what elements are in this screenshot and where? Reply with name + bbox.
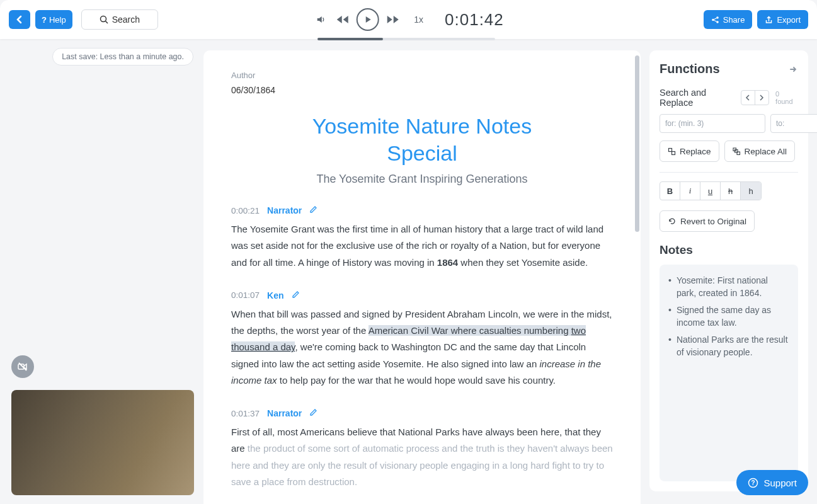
replace-button[interactable]: Replace — [660, 140, 719, 162]
functions-panel: Functions Search and Replace 0 found — [649, 50, 808, 491]
volume-button[interactable] — [313, 12, 328, 27]
question-icon: ? — [42, 15, 47, 25]
arrow-left-icon — [14, 14, 25, 25]
edit-speaker-button[interactable] — [309, 205, 317, 216]
video-toggle-button[interactable] — [11, 355, 34, 378]
transcript-segment: 0:00:21 Narrator The Yosemite Grant was … — [231, 205, 613, 271]
player: 1x 0:01:42 — [313, 8, 504, 31]
rewind-icon — [335, 14, 349, 25]
transcript-segment: 0:01:37 Narrator First of all, most Amer… — [231, 408, 613, 490]
forward-button[interactable] — [385, 12, 400, 27]
search-nav — [741, 90, 769, 105]
svg-rect-6 — [672, 151, 675, 154]
format-toolbar: B i u h h — [660, 181, 762, 200]
underline-button[interactable]: u — [700, 182, 721, 200]
share-button[interactable]: Share — [704, 10, 753, 29]
revert-icon — [668, 217, 677, 226]
segment-time[interactable]: 0:00:21 — [231, 206, 260, 215]
note-item: Yosemite: First national park, created i… — [668, 275, 789, 299]
play-button[interactable] — [356, 8, 379, 31]
notes-box[interactable]: Yosemite: First national park, created i… — [660, 265, 798, 481]
search-count: 0 found — [775, 90, 798, 105]
replace-all-icon — [733, 147, 741, 156]
strikethrough-button[interactable]: h — [721, 182, 741, 200]
video-thumbnail[interactable] — [11, 390, 194, 495]
progress-bar[interactable] — [317, 38, 495, 40]
export-button[interactable]: Export — [757, 10, 808, 29]
help-label: Help — [49, 15, 66, 25]
svg-text:?: ? — [751, 479, 755, 486]
svg-point-1 — [712, 18, 714, 21]
search-replace-label: Search and Replace — [660, 88, 741, 108]
play-icon — [363, 15, 372, 24]
edit-speaker-button[interactable] — [292, 290, 300, 301]
playback-time: 0:01:42 — [445, 10, 504, 30]
help-button[interactable]: ? Help — [35, 10, 72, 29]
notes-heading: Notes — [660, 243, 798, 257]
export-icon — [765, 16, 773, 24]
progress-fill — [317, 38, 383, 40]
left-column: Last save: Less than a minute ago. — [0, 39, 203, 504]
pencil-icon — [309, 408, 317, 416]
search-next-button[interactable] — [755, 91, 769, 105]
search-prev-button[interactable] — [741, 91, 755, 105]
support-icon: ? — [748, 478, 758, 488]
author-label: Author — [231, 71, 613, 80]
rewind-button[interactable] — [334, 12, 350, 27]
forward-icon — [386, 14, 399, 25]
segment-time[interactable]: 0:01:37 — [231, 409, 260, 418]
search-button[interactable]: Search — [81, 9, 158, 30]
volume-icon — [316, 14, 326, 25]
share-icon — [711, 16, 719, 24]
replace-all-button[interactable]: Replace All — [724, 140, 796, 162]
search-label: Search — [112, 14, 140, 25]
segment-text[interactable]: When that bill was passed and signed by … — [231, 306, 613, 389]
topbar: ? Help Search 1x 0:01:42 Sh — [0, 0, 817, 39]
arrow-right-icon[interactable] — [788, 64, 798, 74]
highlight-button[interactable]: h — [741, 182, 761, 200]
save-status-badge: Last save: Less than a minute ago. — [52, 48, 193, 66]
panel-title: Functions — [660, 62, 720, 76]
support-label: Support — [763, 478, 797, 488]
document-date: 06/30/1864 — [231, 85, 613, 95]
replace-to-input[interactable] — [770, 114, 817, 133]
video-off-icon — [17, 361, 28, 372]
export-label: Export — [777, 15, 801, 25]
back-button[interactable] — [9, 10, 30, 29]
svg-rect-5 — [669, 148, 672, 151]
replace-icon — [668, 147, 676, 156]
segment-text[interactable]: First of all, most Americans believe tha… — [231, 424, 613, 490]
transcript-document: Author 06/30/1864 Yosemite Nature Notes … — [203, 50, 641, 504]
document-subtitle[interactable]: The Yosemite Grant Inspiring Generations — [231, 173, 613, 186]
segment-speaker[interactable]: Ken — [267, 290, 283, 301]
svg-point-0 — [100, 16, 106, 22]
document-title[interactable]: Yosemite Nature Notes Special — [231, 113, 613, 166]
scrollbar[interactable] — [635, 55, 639, 232]
search-for-input[interactable] — [660, 114, 765, 133]
search-icon — [100, 15, 108, 24]
pencil-icon — [309, 205, 317, 214]
segment-speaker[interactable]: Narrator — [267, 408, 302, 418]
revert-button[interactable]: Revert to Original — [660, 210, 755, 232]
right-column: Functions Search and Replace 0 found — [641, 39, 817, 504]
support-button[interactable]: ? Support — [736, 470, 808, 495]
note-item: National Parks are the result of visiona… — [668, 334, 789, 358]
transcript-segment: 0:01:07 Ken When that bill was passed an… — [231, 290, 613, 389]
edit-speaker-button[interactable] — [309, 408, 317, 419]
segment-time[interactable]: 0:01:07 — [231, 290, 260, 300]
share-label: Share — [723, 15, 745, 25]
svg-point-2 — [716, 16, 719, 19]
pencil-icon — [292, 290, 300, 299]
segment-speaker[interactable]: Narrator — [267, 205, 302, 215]
svg-point-3 — [716, 21, 719, 23]
note-item: Signed the same day as income tax law. — [668, 304, 789, 329]
bold-button[interactable]: B — [660, 182, 680, 200]
italic-button[interactable]: i — [680, 182, 700, 200]
speed-toggle[interactable]: 1x — [414, 14, 423, 25]
segment-text[interactable]: The Yosemite Grant was the first time in… — [231, 221, 613, 271]
